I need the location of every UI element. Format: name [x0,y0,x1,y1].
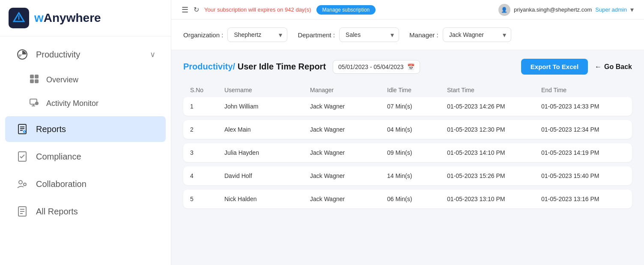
col-username: Username [224,87,310,93]
table-header: S.No Username Manager Idle Time Start Ti… [183,83,632,97]
cell-idle-time: 09 Min(s) [387,149,447,156]
sidebar-item-collaboration[interactable]: Collaboration [5,171,166,197]
cell-username: Nick Halden [224,196,310,202]
cell-start-time: 01-05-2023 15:26 PM [447,172,541,179]
sidebar-item-compliance[interactable]: Compliance [5,144,166,169]
user-dropdown-icon[interactable]: ▾ [630,6,634,14]
breadcrumb-link[interactable]: Productivity/ [183,62,235,71]
user-role: Super admin [595,6,627,13]
svg-point-8 [35,102,39,105]
collaboration-icon [15,177,29,191]
col-end-time: End Time [541,87,635,93]
compliance-icon [15,150,29,163]
svg-rect-4 [35,75,39,78]
cell-username: John William [224,103,310,110]
department-select-wrapper: Sales [339,27,399,42]
activity-monitor-icon [29,97,39,110]
avatar: 👤 [498,4,510,16]
table-row: 3 Julia Hayden Jack Wagner 09 Min(s) 01-… [183,143,632,162]
calendar-icon: 📅 [407,63,414,70]
logo-area: wAnywhere [0,0,171,36]
topbar: ☰ ↻ Your subscription will expires on 94… [171,0,644,20]
department-select[interactable]: Sales [339,27,399,42]
sidebar-item-activity-monitor[interactable]: Activity Monitor [5,92,166,115]
col-idle-time: Idle Time [387,87,447,93]
cell-manager: Jack Wagner [310,172,387,179]
manager-filter: Manager : Jack Wagner [409,27,511,42]
svg-point-19 [19,181,22,184]
menu-icon[interactable]: ☰ [182,5,188,15]
activity-monitor-label: Activity Monitor [46,99,98,108]
cell-sno: 3 [190,149,224,156]
content-area: Productivity/ User Idle Time Report 05/0… [171,50,644,265]
organization-select-wrapper: Shephertz [227,27,287,42]
compliance-label: Compliance [36,152,155,162]
manager-label: Manager : [409,31,438,39]
svg-point-20 [24,183,26,186]
overview-label: Overview [46,75,78,84]
svg-rect-5 [30,79,34,83]
cell-end-time: 01-05-2023 14:33 PM [541,103,635,110]
subscription-text: Your subscription will expires on 942 da… [204,6,311,13]
go-back-label: Go Back [604,63,632,71]
cell-username: David Holf [224,172,310,179]
manage-subscription-button[interactable]: Manage subscription [316,5,376,15]
organization-label: Organization : [183,31,223,39]
organization-filter: Organization : Shephertz [183,27,287,42]
cell-manager: Jack Wagner [310,149,387,156]
logo-icon [9,8,29,28]
sidebar-item-productivity[interactable]: Productivity ∨ [5,42,166,67]
breadcrumb-title: Productivity/ User Idle Time Report [183,62,326,72]
refresh-icon[interactable]: ↻ [194,6,199,14]
date-range-picker[interactable]: 05/01/2023 - 05/04/2023 📅 [333,60,420,74]
department-label: Department : [298,31,335,39]
go-back-arrow-icon: ← [595,63,602,71]
cell-idle-time: 14 Min(s) [387,172,447,179]
sidebar-item-overview[interactable]: Overview [5,69,166,91]
reports-icon [15,122,29,136]
cell-username: Julia Hayden [224,149,310,156]
table-row: 4 David Holf Jack Wagner 14 Min(s) 01-05… [183,166,632,185]
go-back-button[interactable]: ← Go Back [595,63,632,71]
cell-manager: Jack Wagner [310,196,387,202]
col-start-time: Start Time [447,87,541,93]
manager-select[interactable]: Jack Wagner [443,27,511,42]
cell-sno: 1 [190,103,224,110]
cell-username: Alex Main [224,126,310,133]
cell-sno: 4 [190,172,224,179]
cell-idle-time: 06 Min(s) [387,196,447,202]
sidebar: wAnywhere Productivity ∨ Overview [0,0,171,265]
cell-end-time: 01-05-2023 15:40 PM [541,172,635,179]
organization-select[interactable]: Shephertz [227,27,287,42]
all-reports-label: All Reports [36,207,155,217]
cell-manager: Jack Wagner [310,126,387,133]
sidebar-item-reports[interactable]: Reports [5,116,166,142]
department-filter: Department : Sales [298,27,399,42]
cell-end-time: 01-05-2023 14:19 PM [541,149,635,156]
cell-start-time: 01-05-2023 14:10 PM [447,149,541,156]
manager-select-wrapper: Jack Wagner [443,27,511,42]
svg-rect-6 [35,79,39,83]
user-info: 👤 priyanka.singh@shephertz.com Super adm… [498,4,634,16]
cell-start-time: 01-05-2023 14:26 PM [447,103,541,110]
cell-start-time: 01-05-2023 13:10 PM [447,196,541,202]
export-to-excel-button[interactable]: Export To Excel [521,59,588,75]
table-body: 1 John William Jack Wagner 07 Min(s) 01-… [183,97,632,208]
table-row: 2 Alex Main Jack Wagner 04 Min(s) 01-05-… [183,120,632,139]
productivity-icon [15,48,29,61]
page-header: Productivity/ User Idle Time Report 05/0… [183,59,632,75]
overview-icon [29,74,39,86]
cell-manager: Jack Wagner [310,103,387,110]
cell-idle-time: 07 Min(s) [387,103,447,110]
sidebar-item-all-reports[interactable]: All Reports [5,199,166,224]
svg-rect-3 [30,75,34,78]
table-row: 1 John William Jack Wagner 07 Min(s) 01-… [183,97,632,116]
main-content: ☰ ↻ Your subscription will expires on 94… [171,0,644,265]
cell-sno: 5 [190,196,224,202]
all-reports-icon [15,205,29,218]
cell-idle-time: 04 Min(s) [387,126,447,133]
page-title: User Idle Time Report [235,62,326,71]
collaboration-label: Collaboration [36,179,155,189]
user-email: priyanka.singh@shephertz.com [514,6,592,13]
filters-bar: Organization : Shephertz Department : Sa… [171,20,644,50]
